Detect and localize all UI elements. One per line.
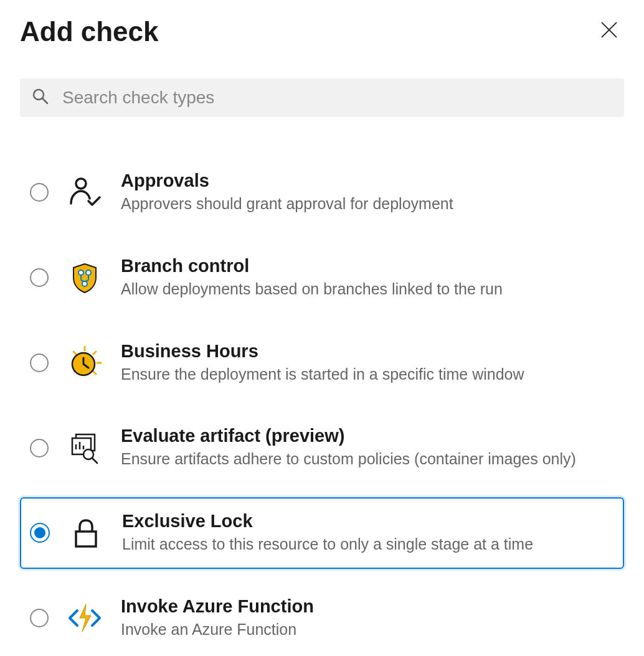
radio-button[interactable] [30,523,50,543]
option-title: Business Hours [121,341,614,362]
option-title: Exclusive Lock [122,511,614,532]
option-description: Ensure artifacts adhere to custom polici… [121,449,614,470]
close-button[interactable] [594,15,624,49]
option-description: Ensure the deployment is started in a sp… [121,364,614,385]
option-title: Evaluate artifact (preview) [121,426,614,446]
svg-point-4 [76,179,86,189]
option-title: Approvals [121,171,614,191]
option-text: Approvals Approvers should grant approva… [121,171,614,215]
radio-button[interactable] [30,439,49,457]
option-description: Allow deployments based on branches link… [121,279,614,300]
search-icon [31,87,50,108]
search-input[interactable] [61,87,613,108]
svg-point-6 [86,270,91,275]
radio-button[interactable] [30,183,49,202]
add-check-dialog: Add check [0,0,644,656]
lock-icon [67,514,105,551]
option-text: Evaluate artifact (preview) Ensure artif… [121,426,614,470]
person-check-icon [66,174,103,211]
option-title: Branch control [121,256,614,276]
svg-point-5 [78,270,83,275]
radio-button[interactable] [30,268,49,287]
radio-button[interactable] [30,354,49,372]
svg-line-9 [93,352,96,354]
svg-line-3 [42,98,47,103]
option-description: Limit access to this resource to only a … [122,534,614,555]
svg-line-11 [93,372,96,374]
svg-rect-21 [76,532,96,546]
check-option-approvals[interactable]: Approvals Approvers should grant approva… [20,157,624,228]
radio-button[interactable] [30,609,49,627]
dialog-header: Add check [20,15,624,49]
option-text: Business Hours Ensure the deployment is … [121,341,614,385]
check-option-exclusive-lock[interactable]: Exclusive Lock Limit access to this reso… [20,497,624,569]
svg-line-12 [73,352,76,354]
option-title: Invoke Azure Function [121,596,614,617]
check-option-invoke-azure-function[interactable]: Invoke Azure Function Invoke an Azure Fu… [20,583,624,654]
check-option-business-hours[interactable]: Business Hours Ensure the deployment is … [20,327,624,399]
close-icon [599,19,619,45]
azure-function-icon [66,599,103,637]
svg-point-7 [82,281,87,286]
check-option-evaluate-artifact[interactable]: Evaluate artifact (preview) Ensure artif… [20,412,624,484]
option-description: Approvers should grant approval for depl… [121,194,614,215]
clock-sun-icon [66,344,103,382]
option-text: Branch control Allow deployments based o… [121,256,614,300]
option-text: Exclusive Lock Limit access to this reso… [122,511,614,555]
check-type-list: Approvals Approvers should grant approva… [20,157,624,654]
artifact-search-icon [66,429,103,467]
option-text: Invoke Azure Function Invoke an Azure Fu… [121,596,614,640]
search-box[interactable] [20,78,624,117]
check-option-branch-control[interactable]: Branch control Allow deployments based o… [20,242,624,314]
branch-shield-icon [66,259,103,296]
svg-line-20 [92,458,97,463]
option-description: Invoke an Azure Function [121,619,614,640]
dialog-title: Add check [20,16,159,47]
